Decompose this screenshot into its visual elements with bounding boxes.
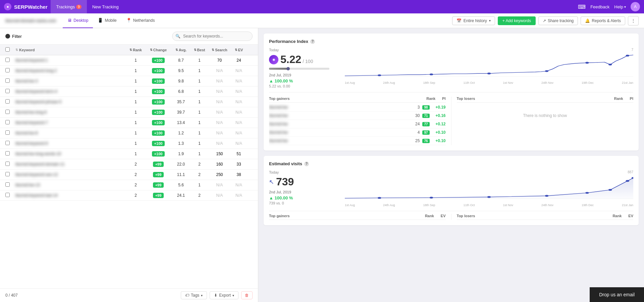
row-change: +99	[145, 183, 172, 187]
row-checkbox[interactable]	[5, 99, 15, 105]
row-search: 160	[209, 162, 230, 167]
table-row[interactable]: blurred-keyword-1 1 +100 8.7 1 70 24	[0, 55, 258, 66]
row-count: 0 / 407	[5, 293, 18, 298]
table-row[interactable]: blurred-keyword-seo-12 2 +99 11.1 2 250 …	[0, 170, 258, 180]
row-checkbox[interactable]	[5, 172, 15, 177]
filter-toggle[interactable]: Filter	[5, 34, 22, 39]
visits-gainers-title: Top gainers	[269, 214, 290, 218]
row-checkbox[interactable]	[5, 58, 15, 63]
svg-point-15	[608, 189, 612, 191]
export-button[interactable]: ⬇ Export ▾	[210, 291, 238, 299]
table-row[interactable]: blurred-keyword-9 1 +100 1.3 1 N/A N/A	[0, 138, 258, 149]
gainer-pi: +0.10	[432, 130, 446, 135]
svg-point-7	[626, 55, 629, 56]
table-row[interactable]: blurred-keyword-7 1 +100 13.4 1 N/A N/A	[0, 118, 258, 128]
row-search: N/A	[209, 100, 230, 104]
drop-email-toast[interactable]: Drop us an email	[590, 287, 644, 302]
gainer-row[interactable]: blurred-kw 24 77 +0.12	[269, 120, 446, 128]
row-best: 1	[190, 131, 209, 135]
gainer-keyword: blurred-kw	[269, 105, 415, 110]
app-logo[interactable]: ● SERPWatcher	[4, 3, 47, 10]
row-ev: N/A	[230, 183, 247, 187]
gainer-rank: 24	[415, 122, 420, 126]
row-checkbox[interactable]	[5, 110, 15, 115]
row-rank: 1	[126, 131, 145, 135]
reports-alerts-button[interactable]: 🔔 Reports & Alerts	[581, 16, 625, 25]
gainer-row[interactable]: blurred-kw 3 98 +0.19	[269, 103, 446, 112]
avatar[interactable]: A	[631, 2, 640, 11]
col-checkbox-header[interactable]	[5, 47, 15, 52]
row-checkbox[interactable]	[5, 182, 15, 188]
table-row[interactable]: blurred-keyword-long-2 1 +100 9.5 1 N/A …	[0, 66, 258, 76]
performance-score: 5.22	[280, 53, 301, 66]
table-row[interactable]: blurred-keyword-term-4 1 +100 6.8 1 N/A …	[0, 86, 258, 97]
row-checkbox[interactable]	[5, 130, 15, 136]
svg-point-10	[378, 197, 381, 199]
table-row[interactable]: blurred-kw-13 2 +99 5.6 1 N/A N/A	[0, 180, 258, 190]
col-change-header[interactable]: ⇅Change	[145, 47, 172, 52]
tags-button[interactable]: 🏷 Tags ▾	[181, 291, 207, 299]
keyboard-icon[interactable]: ⌨	[578, 4, 586, 10]
svg-point-4	[545, 70, 548, 72]
col-avg-header[interactable]: ⇅Avg.	[172, 47, 190, 52]
row-search: 70	[209, 58, 230, 63]
row-checkbox[interactable]	[5, 151, 15, 157]
gainer-row[interactable]: blurred-kw 30 71 +0.16	[269, 112, 446, 120]
nav-item-new-tracking[interactable]: New Tracking	[87, 0, 124, 13]
search-input[interactable]	[172, 32, 253, 41]
row-change: +100	[145, 79, 172, 83]
help-button[interactable]: Help ▾	[614, 4, 626, 9]
delete-button[interactable]: 🗑	[241, 291, 253, 299]
table-row[interactable]: blurred-kw-long-6 1 +100 39.7 1 N/A N/A	[0, 107, 258, 118]
feedback-button[interactable]: Feedback	[590, 4, 609, 9]
row-best: 2	[190, 193, 209, 198]
row-change: +100	[145, 68, 172, 73]
app-name: SERPWatcher	[14, 4, 47, 10]
table-row[interactable]: blurred-keyword-last-14 2 +99 24.1 2 N/A…	[0, 190, 258, 201]
col-keyword-header[interactable]: ⇅ Keyword	[15, 47, 126, 52]
visits-losers-title: Top losers	[457, 214, 475, 218]
gainers-pi-col: PI	[442, 97, 445, 101]
tab-mobile[interactable]: 📱 Mobile	[93, 13, 121, 28]
table-row[interactable]: blurred-kw-long-words-10 1 +100 1.9 1 15…	[0, 149, 258, 159]
row-checkbox[interactable]	[5, 120, 15, 125]
col-best-header[interactable]: ⇅Best	[190, 47, 209, 52]
mobile-icon: 📱	[98, 18, 103, 23]
col-search-header[interactable]: ⇅Search	[209, 47, 230, 52]
performance-help-icon[interactable]: ?	[310, 39, 315, 44]
gainer-row[interactable]: blurred-kw 4 97 +0.10	[269, 128, 446, 137]
chevron-down-icon: ▾	[232, 294, 234, 297]
performance-vs: 5.22 vs. 0.00	[269, 84, 339, 88]
row-checkbox[interactable]	[5, 68, 15, 73]
table-row[interactable]: blurred-kw-8 1 +100 1.2 1 N/A N/A	[0, 128, 258, 138]
row-checkbox[interactable]	[5, 162, 15, 167]
bell-icon: 🔔	[585, 18, 590, 23]
tab-location[interactable]: 📍 Netherlands	[121, 13, 160, 28]
add-keywords-button[interactable]: + Add keywords	[498, 16, 536, 25]
performance-card-title: Performance Index ?	[269, 39, 633, 44]
gainer-row[interactable]: blurred-kw 25 76 +0.10	[269, 137, 446, 145]
table-row[interactable]: blurred-keyword-domain-11 2 +99 22.0 2 1…	[0, 159, 258, 170]
row-best: 1	[190, 89, 209, 94]
row-best: 1	[190, 79, 209, 83]
row-avg: 1.9	[172, 152, 190, 156]
performance-change: ▲ 100.00 %	[269, 78, 293, 83]
table-row[interactable]: blurred-kw-3 1 +100 9.8 1 N/A N/A	[0, 76, 258, 86]
row-change: +100	[145, 131, 172, 135]
col-rank-header[interactable]: ⇅Rank	[126, 47, 145, 52]
visits-card-title: Estimated visits ?	[269, 161, 633, 166]
col-ev-header[interactable]: ⇅EV	[230, 47, 247, 52]
row-checkbox[interactable]	[5, 78, 15, 84]
tab-desktop[interactable]: 🖥 Desktop	[63, 13, 93, 28]
filter-dot[interactable]	[5, 34, 10, 39]
date-range-selector[interactable]: 📅 Entire history ▾	[452, 16, 495, 25]
more-button[interactable]: ⋮	[628, 16, 639, 25]
table-row[interactable]: blurred-keyword-phrase-5 1 +100 35.7 1 N…	[0, 97, 258, 107]
visits-help-icon[interactable]: ?	[304, 162, 309, 166]
nav-item-trackings[interactable]: Trackings 9	[51, 0, 87, 13]
row-checkbox[interactable]	[5, 141, 15, 146]
row-checkbox[interactable]	[5, 193, 15, 198]
share-tracking-button[interactable]: ↗ Share tracking	[538, 16, 578, 25]
row-avg: 11.1	[172, 172, 190, 177]
row-checkbox[interactable]	[5, 89, 15, 94]
